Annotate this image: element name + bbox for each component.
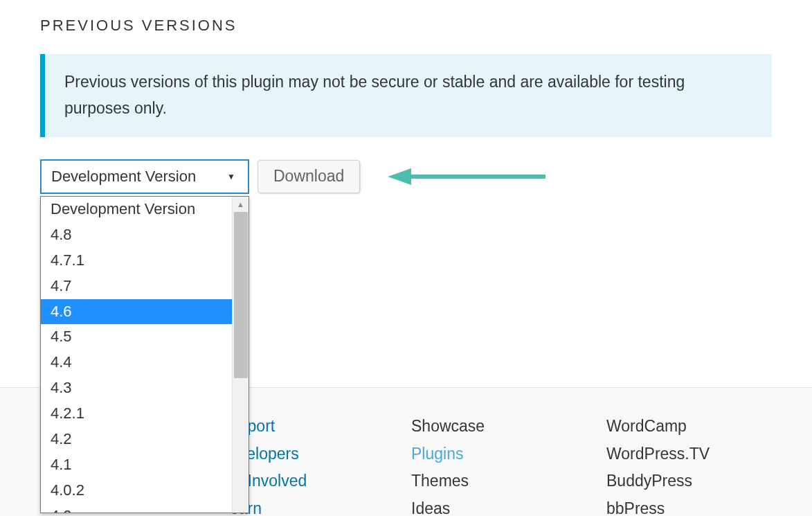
version-option[interactable]: 4.2.1 (41, 401, 232, 427)
footer-link[interactable]: WordCamp (606, 413, 786, 441)
footer-column: ShowcasePluginsThemesIdeas (411, 413, 606, 516)
footer-link[interactable]: Showcase (411, 413, 606, 441)
footer-link[interactable]: evelopers (230, 441, 411, 468)
notice-text: Previous versions of this plugin may not… (64, 73, 685, 117)
version-select-value: Development Version (51, 168, 196, 186)
version-option[interactable]: 4.7.1 (41, 248, 232, 274)
footer-column: upporteveloperset Involvedearn (230, 413, 411, 516)
footer-link[interactable]: BuddyPress (606, 468, 786, 495)
previous-versions-notice: Previous versions of this plugin may not… (40, 54, 772, 137)
arrow-annotation-icon (388, 166, 547, 187)
chevron-down-icon: ▼ (227, 172, 238, 181)
scroll-thumb[interactable] (234, 212, 248, 378)
version-option[interactable]: 4.4 (41, 350, 232, 375)
download-button[interactable]: Download (258, 160, 360, 193)
footer-link[interactable]: Themes (411, 468, 606, 495)
version-select-listbox[interactable]: Development Version4.84.7.14.74.64.54.44… (40, 196, 249, 513)
footer-column: WordCampWordPress.TVBuddyPressbbPress (606, 413, 786, 516)
listbox-scrollbar[interactable]: ▲ (232, 197, 249, 513)
footer-link[interactable]: bbPress (606, 495, 786, 516)
version-option[interactable]: 4.6 (41, 299, 232, 325)
version-option[interactable]: 4.5 (41, 324, 232, 350)
svg-marker-1 (388, 168, 411, 185)
footer-link[interactable]: earn (230, 495, 411, 516)
scroll-up-icon[interactable]: ▲ (233, 197, 249, 212)
footer-link[interactable]: Ideas (411, 495, 606, 516)
version-option[interactable]: 4.2 (41, 427, 232, 452)
version-option[interactable]: 4.3 (41, 375, 232, 401)
footer-link[interactable]: upport (230, 413, 411, 441)
version-option[interactable]: 4.0 (41, 504, 232, 513)
download-button-label: Download (273, 167, 344, 186)
footer-link[interactable]: WordPress.TV (606, 441, 786, 468)
version-option[interactable]: 4.1 (41, 452, 232, 478)
footer-link[interactable]: Plugins (411, 441, 606, 468)
version-option[interactable]: 4.7 (41, 274, 232, 299)
version-select[interactable]: Development Version ▼ (40, 159, 249, 194)
version-option[interactable]: 4.8 (41, 222, 232, 248)
section-heading: PREVIOUS VERSIONS (40, 17, 772, 35)
footer-link[interactable]: et Involved (230, 468, 411, 495)
version-controls-row: Development Version ▼ Download (40, 159, 772, 194)
version-option[interactable]: 4.0.2 (41, 478, 232, 504)
version-option[interactable]: Development Version (41, 197, 232, 222)
